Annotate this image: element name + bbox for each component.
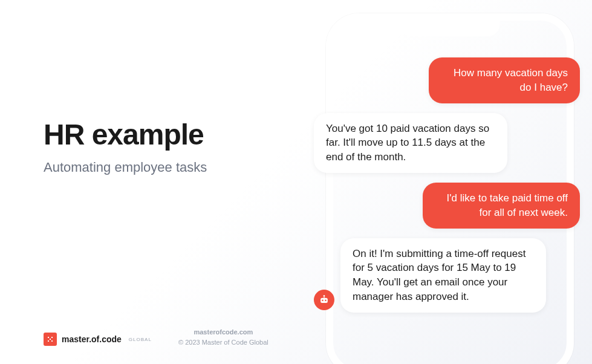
user-message: How many vacation days do I have? — [429, 57, 580, 103]
bot-message: On it! I'm submitting a time-off request… — [340, 238, 546, 313]
page-title: HR example — [44, 118, 207, 151]
bot-avatar-icon — [314, 290, 334, 310]
bot-message: You've got 10 paid vacation days so far.… — [314, 113, 507, 173]
svg-point-2 — [325, 299, 327, 301]
brand-logo-icon — [44, 333, 57, 346]
page-subtitle: Automating employee tasks — [44, 160, 207, 175]
svg-point-4 — [324, 295, 325, 297]
svg-rect-0 — [320, 297, 328, 302]
site-url: masterofcode.com — [178, 327, 268, 337]
brand-footer: master.of.code GLOBAL — [44, 333, 152, 346]
svg-point-1 — [322, 299, 324, 301]
bot-message-row: On it! I'm submitting a time-off request… — [314, 238, 580, 313]
user-message: I'd like to take paid time off for all o… — [423, 183, 580, 229]
brand-name: master.of.code — [62, 334, 122, 344]
chat-thread: How many vacation days do I have? You've… — [314, 57, 580, 313]
credits: masterofcode.com © 2023 Master of Code G… — [178, 327, 268, 347]
heading-block: HR example Automating employee tasks — [44, 118, 207, 175]
phone-notch — [400, 19, 500, 36]
brand-sub: GLOBAL — [129, 337, 152, 342]
copyright: © 2023 Master of Code Global — [178, 337, 268, 348]
